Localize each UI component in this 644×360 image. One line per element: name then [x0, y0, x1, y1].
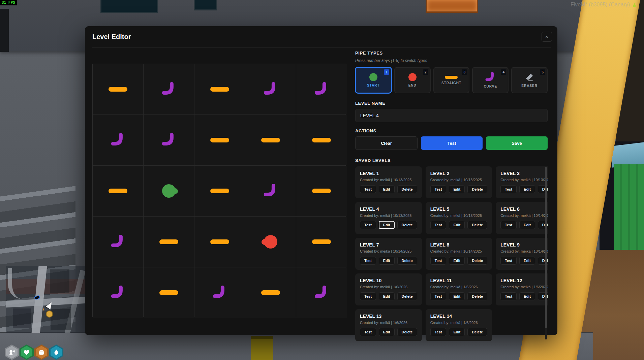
grid-cell-0-0[interactable]: [93, 64, 143, 114]
level-test-button[interactable]: Test: [360, 328, 376, 336]
level-edit-button[interactable]: Edit: [449, 292, 465, 300]
clear-button[interactable]: Clear: [355, 136, 418, 150]
grid-cell-4-4[interactable]: [296, 267, 347, 318]
level-delete-button[interactable]: Delete: [397, 257, 417, 265]
grid-cell-4-2[interactable]: [194, 267, 245, 318]
level-name-input[interactable]: [355, 109, 548, 122]
straight-pipe-icon: [445, 76, 458, 79]
grid-cell-1-2[interactable]: [194, 115, 245, 165]
level-delete-button[interactable]: Delete: [467, 292, 487, 300]
level-delete-button[interactable]: Delete: [467, 328, 487, 336]
hunger-indicator: [34, 345, 49, 360]
pipe-type-end[interactable]: 2END: [394, 67, 431, 93]
level-card-actions: TestEditDelete: [360, 257, 417, 265]
dumpster: [614, 164, 644, 252]
thirst-indicator: [49, 345, 63, 360]
grid-cell-2-2[interactable]: [194, 166, 245, 216]
level-edit-button[interactable]: Edit: [449, 328, 465, 336]
level-edit-button[interactable]: Edit: [519, 221, 535, 229]
scrollbar-thumb[interactable]: [545, 167, 547, 328]
grid-cell-3-2[interactable]: [194, 217, 245, 267]
grid-cell-1-3[interactable]: [245, 115, 296, 165]
level-test-button[interactable]: Test: [360, 292, 376, 300]
pipe-type-label: END: [408, 84, 417, 87]
grid-cell-4-0[interactable]: [93, 267, 143, 318]
level-edit-button[interactable]: Edit: [379, 257, 395, 265]
level-edit-button[interactable]: Edit: [379, 185, 395, 193]
level-delete-button[interactable]: Delete: [467, 221, 487, 229]
level-card-actions: TestEditDelete: [500, 185, 548, 193]
grid-cell-2-0[interactable]: [93, 166, 143, 216]
level-delete-button[interactable]: Delete: [397, 328, 417, 336]
grid-cell-1-0[interactable]: [93, 115, 143, 165]
curve-pipe-icon: [111, 235, 125, 249]
close-button[interactable]: ×: [542, 32, 552, 42]
grid-cell-3-0[interactable]: [93, 217, 143, 267]
grid-cell-3-3[interactable]: [245, 217, 296, 267]
level-card-meta: Created by: meikä | 1/6/2026: [430, 321, 488, 325]
level-test-button[interactable]: Test: [500, 257, 517, 265]
grid-cell-2-3[interactable]: [245, 166, 296, 216]
test-button[interactable]: Test: [421, 136, 483, 150]
grid-cell-2-1[interactable]: [144, 166, 194, 216]
grid-cell-3-4[interactable]: [296, 217, 347, 267]
grid-cell-0-2[interactable]: [194, 64, 245, 114]
level-edit-button[interactable]: Edit: [449, 185, 465, 193]
water-drop-icon: [53, 349, 60, 356]
scrollbar[interactable]: [545, 167, 547, 339]
level-edit-button[interactable]: Edit: [379, 328, 395, 336]
grid-cell-0-1[interactable]: [144, 64, 194, 114]
grid-cell-3-1[interactable]: [144, 217, 194, 267]
level-test-button[interactable]: Test: [360, 257, 376, 265]
level-edit-button[interactable]: Edit: [379, 221, 395, 229]
level-test-button[interactable]: Test: [500, 185, 517, 193]
level-card: LEVEL 14Created by: meikä | 1/6/2026Test…: [426, 309, 492, 341]
level-card-actions: TestEditDelete: [500, 257, 548, 265]
level-card-meta: Created by: meikä | 1/6/2026: [360, 321, 417, 325]
level-test-button[interactable]: Test: [430, 257, 447, 265]
pipe-types-hint: Press number keys (1-5) to switch types: [355, 58, 548, 63]
level-edit-button[interactable]: Edit: [449, 257, 465, 265]
level-card-title: LEVEL 11: [430, 278, 488, 283]
level-test-button[interactable]: Test: [500, 292, 517, 300]
level-delete-button[interactable]: Delete: [467, 185, 487, 193]
curve-pipe-icon: [162, 133, 176, 147]
lit-window: [426, 0, 478, 13]
pipe-type-curve[interactable]: 4CURVE: [472, 67, 509, 93]
level-card-meta: Created by: meikä | 10/13/2025: [360, 178, 417, 182]
pipe-type-eraser[interactable]: 5ERASER: [511, 67, 548, 93]
grid-cell-0-4[interactable]: [296, 64, 347, 114]
level-delete-button[interactable]: Delete: [467, 257, 487, 265]
level-delete-button[interactable]: Delete: [397, 221, 417, 229]
watermark-text: FiveM* (b3095) (Canary): [571, 2, 630, 8]
level-test-button[interactable]: Test: [500, 221, 517, 229]
grid-cell-0-3[interactable]: [245, 64, 296, 114]
level-test-button[interactable]: Test: [430, 185, 447, 193]
level-test-button[interactable]: Test: [360, 221, 376, 229]
pipe-type-start[interactable]: 1START: [355, 67, 392, 93]
grid-cell-1-1[interactable]: [144, 115, 194, 165]
level-edit-button[interactable]: Edit: [519, 257, 535, 265]
burger-icon: [38, 349, 45, 356]
curve-pipe-icon: [111, 286, 125, 300]
level-edit-button[interactable]: Edit: [379, 292, 395, 300]
level-edit-button[interactable]: Edit: [519, 185, 535, 193]
grid-cell-1-4[interactable]: [296, 115, 347, 165]
level-test-button[interactable]: Test: [430, 328, 447, 336]
level-delete-button[interactable]: Delete: [397, 292, 417, 300]
level-card-meta: Created by: meikä | 10/14/2025: [500, 249, 548, 253]
straight-pipe-icon: [312, 189, 331, 193]
pipe-type-straight[interactable]: 3STRAIGHT: [433, 67, 470, 93]
grid-cell-2-4[interactable]: [296, 166, 347, 216]
level-test-button[interactable]: Test: [430, 221, 447, 229]
dumpster-lid: [612, 142, 644, 168]
grid-cell-4-3[interactable]: [245, 267, 296, 318]
grid-cell-4-1[interactable]: [144, 267, 194, 318]
level-edit-button[interactable]: Edit: [449, 221, 465, 229]
level-delete-button[interactable]: Delete: [397, 185, 417, 193]
start-circle-icon: [369, 73, 377, 81]
level-test-button[interactable]: Test: [430, 292, 447, 300]
level-test-button[interactable]: Test: [360, 185, 376, 193]
level-edit-button[interactable]: Edit: [519, 292, 535, 300]
save-button[interactable]: Save: [486, 136, 548, 150]
